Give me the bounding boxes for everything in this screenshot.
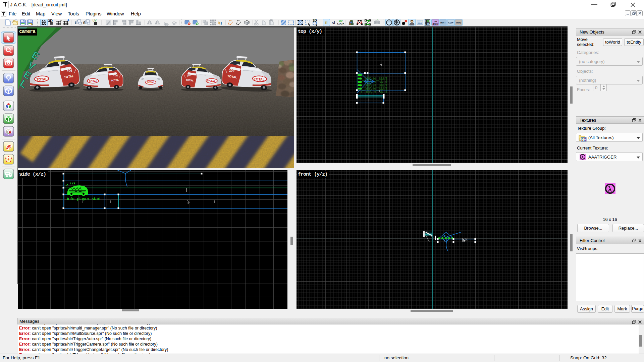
svg-text:sl: sl	[332, 20, 335, 25]
svg-text:tl: tl	[325, 20, 328, 25]
svg-text:LOCK: LOCK	[337, 22, 344, 25]
svg-text:HINT: HINT	[440, 21, 446, 24]
svg-text:L: L	[75, 21, 77, 25]
svg-text:draw: draw	[432, 22, 438, 25]
svg-text:ig: ig	[218, 20, 222, 25]
svg-text:CLIP: CLIP	[448, 21, 453, 24]
svg-text:V: V	[95, 19, 97, 22]
svg-text:TRIG: TRIG	[456, 21, 461, 24]
svg-text:info_player_start: info_player_start	[67, 196, 101, 201]
